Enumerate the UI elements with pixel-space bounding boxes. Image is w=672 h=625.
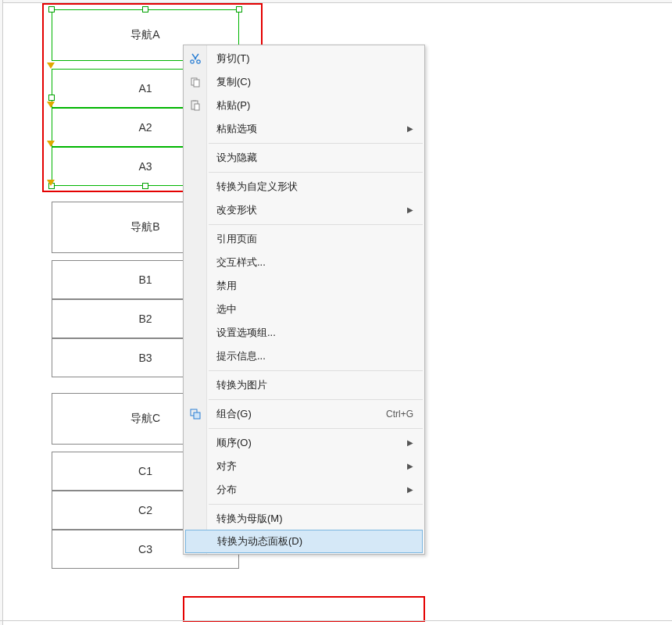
menu-label: 剪切(T) [216,47,250,70]
menu-distribute[interactable]: 分布 ▶ [184,478,424,502]
connector-anchor[interactable] [47,141,55,147]
menu-separator [209,428,423,429]
menu-paste[interactable]: 粘贴(P) [184,94,424,117]
highlight-menu-item [183,596,425,622]
cell-label: C2 [138,504,152,516]
menu-label: 设置选项组... [216,321,276,345]
menu-label: 转换为动态面板(D) [217,530,302,553]
menu-label: 转换为图片 [216,373,267,397]
menu-set-hidden[interactable]: 设为隐藏 [184,146,424,170]
menu-shortcut: Ctrl+G [386,402,413,426]
cell-label: B2 [138,312,152,325]
svg-point-1 [197,60,200,63]
menu-label: 设为隐藏 [216,146,257,170]
svg-point-0 [191,60,194,63]
submenu-arrow-icon: ▶ [407,478,413,502]
submenu-arrow-icon: ▶ [407,431,413,455]
svg-rect-3 [194,80,199,87]
selection-handle[interactable] [48,6,55,12]
cut-icon [188,52,202,66]
menu-interact-style[interactable]: 交互样式... [184,251,424,274]
menu-label: 转换为自定义形状 [216,175,298,198]
submenu-arrow-icon: ▶ [407,117,413,141]
menu-separator [209,143,423,144]
selection-handle[interactable] [142,6,148,12]
menu-label: 组合(G) [216,402,252,426]
menu-label: 粘贴选项 [216,117,257,141]
svg-rect-8 [194,412,200,419]
menu-selected[interactable]: 选中 [184,298,424,321]
menu-group[interactable]: 组合(G) Ctrl+G [184,402,424,426]
menu-label: 交互样式... [216,251,266,274]
menu-convert-shape[interactable]: 转换为自定义形状 [184,175,424,198]
menu-to-master[interactable]: 转换为母版(M) [184,507,424,530]
menu-label: 对齐 [216,455,237,478]
selection-handle[interactable] [142,183,148,189]
menu-separator [209,224,423,225]
menu-label: 提示信息... [216,345,266,368]
submenu-arrow-icon: ▶ [407,198,413,222]
cell-label: A2 [138,121,152,134]
menu-cut[interactable]: 剪切(T) [184,47,424,70]
cell-label: C1 [138,465,152,477]
canvas-bottom-edge [0,620,672,621]
menu-label: 选中 [216,298,237,321]
connector-anchor[interactable] [47,102,55,108]
cell-label: A3 [138,160,152,173]
menu-label: 转换为母版(M) [216,507,283,530]
menu-to-dynamic-panel[interactable]: 转换为动态面板(D) [185,530,423,553]
menu-order[interactable]: 顺序(O) ▶ [184,431,424,455]
menu-label: 粘贴(P) [216,94,250,117]
menu-disable[interactable]: 禁用 [184,274,424,298]
menu-label: 引用页面 [216,227,257,251]
connector-anchor[interactable] [47,62,55,69]
cell-label: 导航C [130,412,160,426]
selection-handle[interactable] [48,95,55,101]
cell-label: 导航B [130,220,159,234]
menu-align[interactable]: 对齐 ▶ [184,455,424,478]
context-menu: 剪切(T) 复制(C) 粘贴(P) 粘贴选项 ▶ 设为隐藏 转换为自定义形状 改… [183,45,425,555]
menu-tooltip[interactable]: 提示信息... [184,345,424,368]
menu-separator [209,399,423,400]
menu-ref-page[interactable]: 引用页面 [184,227,424,251]
paste-icon [188,98,202,112]
menu-label: 顺序(O) [216,431,252,455]
menu-option-group[interactable]: 设置选项组... [184,321,424,345]
copy-icon [188,75,202,89]
menu-label: 禁用 [216,274,237,298]
menu-separator [209,504,423,505]
cell-label: B3 [138,352,152,364]
cell-label: A1 [138,82,152,95]
cell-label: B1 [138,273,152,286]
connector-anchor[interactable] [47,180,55,186]
submenu-arrow-icon: ▶ [407,455,413,478]
cell-label: 导航A [130,28,159,42]
group-icon [188,407,202,421]
svg-rect-5 [193,100,196,102]
cell-label: C3 [138,543,152,555]
menu-paste-options[interactable]: 粘贴选项 ▶ [184,117,424,141]
selection-handle[interactable] [236,6,242,12]
menu-to-image[interactable]: 转换为图片 [184,373,424,397]
menu-change-shape[interactable]: 改变形状 ▶ [184,198,424,222]
menu-label: 改变形状 [216,198,257,222]
menu-separator [209,172,423,173]
menu-label: 分布 [216,478,237,502]
menu-copy[interactable]: 复制(C) [184,70,424,94]
menu-label: 复制(C) [216,70,251,94]
menu-separator [209,370,423,371]
svg-rect-6 [195,104,199,110]
